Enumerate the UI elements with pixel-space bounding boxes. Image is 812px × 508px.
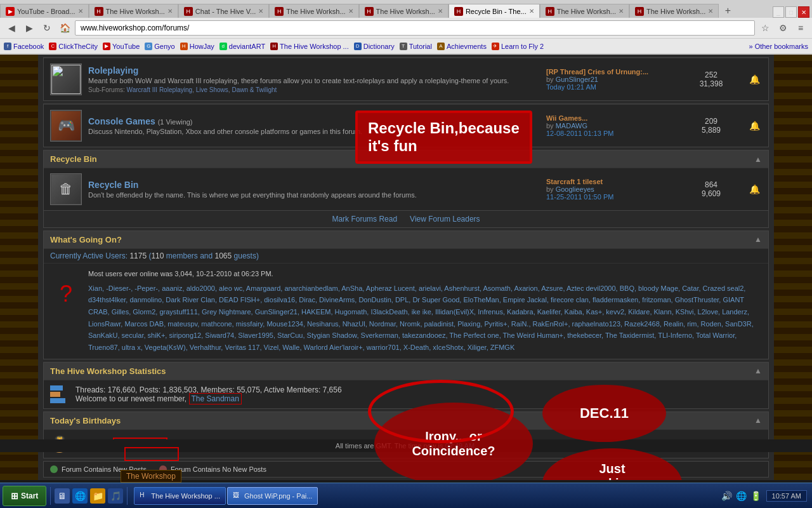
recycle-bin-stats: 864 9,609 (679, 180, 743, 198)
roleplaying-title[interactable]: Roleplaying (88, 65, 540, 76)
stats-collapse[interactable]: ▲ (754, 366, 762, 376)
stats-body: Threads: 176,660, Posts: 1,836,503, Memb… (44, 380, 768, 408)
home-button[interactable]: 🏠 (57, 20, 72, 36)
console-title[interactable]: Console Games (1 Viewing) (88, 116, 540, 126)
tab-hive5[interactable]: H The Hive Worksh... ✕ (629, 4, 719, 18)
tab-label: The Hive Worksh... (106, 8, 165, 15)
recycle-bin-title: Recycle Bin (50, 154, 97, 164)
taskbar-right: 🔊 🌐 🔋 10:57 AM (721, 490, 809, 502)
taskbar-paint-app[interactable]: 🖼 Ghost WiP.png - Pai... (227, 487, 318, 505)
view-forum-leaders-link[interactable]: View Forum Leaders (410, 215, 480, 224)
bookmark-tutorial[interactable]: T Tutorial (400, 43, 432, 50)
paint-app-label: Ghost WiP.png - Pai... (244, 492, 312, 500)
birthdays-collapse[interactable]: ▲ (754, 416, 762, 425)
media-player-icon[interactable]: 🎵 (108, 488, 123, 504)
bookmark-learntofly[interactable]: ✈ Learn to Fly 2 (492, 43, 544, 50)
bookmark-label: Dictionary (363, 43, 395, 50)
mark-forums-read-link[interactable]: Mark Forums Read (332, 215, 397, 224)
forward-button[interactable]: ▶ (22, 20, 37, 36)
bookmark-dictionary[interactable]: D Dictionary (354, 43, 395, 50)
maximize-button[interactable]: □ (785, 6, 797, 18)
tab-hive2[interactable]: H The Hive Worksh... ✕ (269, 4, 358, 18)
new-tab-button[interactable]: + (719, 4, 737, 18)
bookmark-howjay[interactable]: H HowJay (180, 43, 214, 50)
bookmark-facebook[interactable]: f Facebook (4, 43, 44, 50)
bookmark-youtube[interactable]: ▶ YouTube (103, 43, 140, 50)
tools-button[interactable]: ≡ (793, 20, 808, 36)
tab-close[interactable]: ✕ (167, 8, 173, 15)
currently-active-link[interactable]: Currently Active Users (50, 251, 126, 260)
last-post-title[interactable]: Wii Games... (546, 114, 673, 122)
max-online-text: Most users ever online was 3,044, 10-21-… (88, 269, 762, 280)
bookmark-deviantart[interactable]: d deviantART (219, 43, 265, 50)
last-post-by: by Googlieeyes (546, 185, 673, 193)
tab-youtube[interactable]: ▶ YouTube - Broad... ✕ (0, 4, 89, 18)
stats-title: The Hive Workshop Statistics (50, 366, 166, 376)
folder-icon[interactable]: 📁 (90, 488, 105, 504)
workshop-label: The Workshop (121, 470, 181, 483)
bookmark-achievements[interactable]: A Achievments (437, 43, 487, 50)
bookmark-other[interactable]: » Other bookmarks (749, 43, 808, 50)
tab-recycle-bin[interactable]: H Recycle Bin - The... ✕ (449, 4, 540, 18)
minimize-button[interactable]: _ (773, 6, 784, 18)
collapse-icon[interactable]: ▲ (754, 155, 762, 164)
other-bookmarks-label: » Other bookmarks (749, 43, 808, 50)
taskbar-divider (50, 487, 51, 505)
hive-favicon: H (270, 43, 278, 50)
tab-close[interactable]: ✕ (708, 8, 713, 15)
clock: 10:57 AM (766, 490, 807, 502)
taskbar-hive-app[interactable]: H The Hive Workshop ... (134, 487, 226, 505)
section-icon: 🔔 (749, 74, 762, 84)
bookmark-genyo[interactable]: G Genyo (145, 43, 174, 50)
wgo-body: ? Most users ever online was 3,044, 10-2… (44, 263, 768, 359)
taskbar-divider2 (127, 487, 128, 505)
new-posts-dot (50, 465, 58, 473)
bookmark-label: ClickTheCity (58, 43, 98, 50)
back-button[interactable]: ◀ (4, 20, 19, 36)
sound-icon[interactable]: 🔊 (721, 491, 732, 501)
show-desktop-icon[interactable]: 🖥 (55, 488, 70, 504)
tab-close[interactable]: ✕ (348, 8, 353, 15)
thread-count: 252 (679, 70, 743, 79)
console-info: Console Games (1 Viewing) Discuss Ninten… (88, 116, 540, 135)
newest-member-link[interactable]: The Sandman (189, 393, 242, 404)
tab-favicon: H (454, 7, 463, 16)
last-post-title[interactable]: [RP Thread] Cries of Urnung:... (546, 68, 673, 76)
hive-app-label: The Hive Workshop ... (151, 492, 220, 500)
wgo-collapse[interactable]: ▲ (754, 235, 762, 244)
page-content: Roleplaying Meant for both WoW and Warcr… (0, 55, 812, 480)
current-time: 02:49 AM (445, 442, 475, 450)
bookmark-clickthecity[interactable]: C ClickTheCity (49, 43, 98, 50)
whats-going-on-section: What's Going On? ▲ Currently Active User… (43, 231, 769, 359)
tab-hive4[interactable]: H The Hive Worksh... ✕ (540, 4, 629, 18)
roleplaying-last-post: [RP Thread] Cries of Urnung:... by GunSl… (546, 68, 673, 91)
bookmark-hiveworkshop[interactable]: H The Hive Workshop ... (270, 43, 349, 50)
bookmark-label: YouTube (112, 43, 140, 50)
tab-favicon: ▶ (6, 7, 15, 16)
last-post-title[interactable]: Starcraft 1 tileset (546, 178, 673, 185)
thread-count: 209 (679, 117, 743, 126)
tab-close[interactable]: ✕ (258, 8, 263, 15)
post-count: 5,889 (679, 126, 743, 135)
tab-close[interactable]: ✕ (438, 8, 443, 15)
taskbar: ⊞ Start 🖥 🌐 📁 🎵 H The Hive Workshop ... … (0, 483, 812, 508)
settings-button[interactable]: ⚙ (775, 20, 790, 36)
recycle-bin-icon: 🗑 (50, 173, 82, 205)
recycle-bin-forum-title[interactable]: Recycle Bin (88, 180, 540, 190)
reload-button[interactable]: ↻ (39, 20, 55, 36)
tab-chat[interactable]: H Chat - The Hive V... ✕ (178, 4, 269, 18)
roleplaying-section: Roleplaying Meant for both WoW and Warcr… (43, 57, 769, 101)
start-button[interactable]: ⊞ Start (3, 486, 46, 506)
tab-close[interactable]: ✕ (78, 8, 83, 15)
battery-icon[interactable]: 🔋 (750, 491, 761, 501)
last-post-by: by GunSlinger21 (546, 76, 673, 83)
close-button[interactable]: ✕ (798, 6, 809, 18)
ie-icon[interactable]: 🌐 (72, 488, 88, 504)
network-icon[interactable]: 🌐 (736, 491, 747, 501)
tab-close[interactable]: ✕ (619, 8, 624, 15)
address-bar[interactable] (75, 20, 755, 36)
tab-hive1[interactable]: H The Hive Worksh... ✕ (89, 4, 178, 18)
tab-close[interactable]: ✕ (529, 8, 534, 15)
star-button[interactable]: ☆ (757, 20, 773, 36)
tab-hive3[interactable]: H The Hive Worksh... ✕ (359, 4, 449, 18)
